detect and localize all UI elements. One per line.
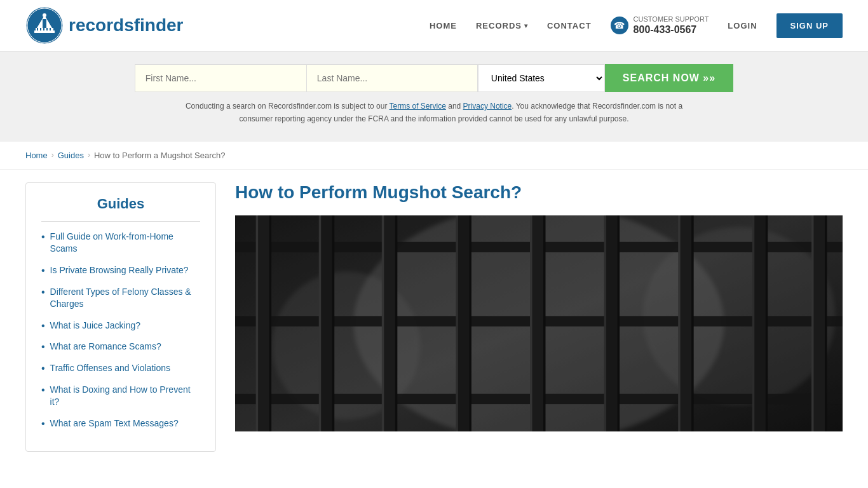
breadcrumb-guides[interactable]: Guides	[58, 151, 84, 160]
list-item: • What are Spam Text Messages?	[41, 417, 200, 430]
search-button[interactable]: SEARCH NOW »»	[605, 64, 733, 92]
bullet-icon: •	[41, 418, 45, 430]
list-item: • What is Doxing and How to Prevent it?	[41, 384, 200, 409]
svg-rect-5	[43, 19, 46, 28]
first-name-input[interactable]	[135, 64, 306, 92]
bullet-icon: •	[41, 287, 45, 298]
country-select[interactable]: United States	[478, 64, 605, 92]
bullet-icon: •	[41, 320, 45, 332]
article-hero-image	[235, 215, 843, 431]
main-nav: HOME RECORDS ▾ CONTACT ☎ CUSTOMER SUPPOR…	[430, 13, 843, 38]
bullet-icon: •	[41, 363, 45, 374]
search-bar: United States SEARCH NOW »»	[25, 64, 843, 92]
guides-sidebar: Guides • Full Guide on Work-from-Home Sc…	[25, 182, 216, 452]
sidebar-link-work-scams[interactable]: Full Guide on Work-from-Home Scams	[50, 231, 200, 255]
sidebar-list: • Full Guide on Work-from-Home Scams • I…	[41, 231, 200, 430]
svg-rect-9	[43, 28, 44, 30]
support-phone[interactable]: 800-433-0567	[634, 24, 709, 36]
phone-icon: ☎	[611, 17, 628, 34]
nav-records[interactable]: RECORDS ▾	[476, 21, 528, 30]
bullet-icon: •	[41, 265, 45, 276]
bullet-icon: •	[41, 384, 45, 396]
logo-area[interactable]: recordsfinder	[25, 6, 184, 44]
article: How to Perform Mugshot Search?	[235, 182, 843, 452]
svg-rect-11	[50, 28, 51, 30]
nav-home[interactable]: HOME	[430, 21, 457, 30]
main-content: Guides • Full Guide on Work-from-Home Sc…	[0, 170, 868, 465]
svg-rect-8	[40, 28, 41, 30]
prison-bars-svg	[235, 215, 843, 431]
signup-button[interactable]: SIGN UP	[776, 13, 843, 38]
logo-icon	[25, 6, 64, 44]
sidebar-link-felony[interactable]: Different Types of Felony Classes & Char…	[50, 286, 200, 311]
sidebar-link-private-browsing[interactable]: Is Private Browsing Really Private?	[50, 264, 189, 277]
breadcrumb-sep-2: ›	[88, 151, 90, 159]
svg-point-6	[43, 13, 46, 17]
site-header: recordsfinder HOME RECORDS ▾ CONTACT ☎ C…	[0, 0, 868, 51]
sidebar-link-traffic[interactable]: Traffic Offenses and Violations	[50, 362, 170, 375]
svg-rect-7	[37, 28, 38, 30]
article-title: How to Perform Mugshot Search?	[235, 182, 843, 203]
svg-rect-10	[46, 28, 48, 30]
bullet-icon: •	[41, 341, 45, 353]
sidebar-title: Guides	[41, 196, 200, 222]
bullet-icon: •	[41, 231, 45, 243]
sidebar-link-doxing[interactable]: What is Doxing and How to Prevent it?	[50, 384, 200, 409]
breadcrumb-sep-1: ›	[51, 151, 54, 159]
sidebar-link-romance-scams[interactable]: What are Romance Scams?	[50, 341, 161, 353]
list-item: • Different Types of Felony Classes & Ch…	[41, 286, 200, 311]
privacy-link[interactable]: Privacy Notice	[463, 102, 512, 111]
search-disclaimer: Conducting a search on Recordsfinder.com…	[173, 100, 695, 126]
breadcrumb-home[interactable]: Home	[25, 151, 48, 160]
svg-rect-48	[235, 215, 843, 431]
breadcrumb-current: How to Perform a Mugshot Search?	[94, 151, 226, 160]
search-section: United States SEARCH NOW »» Conducting a…	[0, 51, 868, 142]
sidebar-link-juice-jacking[interactable]: What is Juice Jacking?	[50, 320, 140, 332]
support-label: CUSTOMER SUPPORT	[634, 15, 709, 24]
list-item: • Is Private Browsing Really Private?	[41, 264, 200, 277]
last-name-input[interactable]	[306, 64, 478, 92]
chevron-down-icon: ▾	[524, 22, 528, 29]
support-area: ☎ CUSTOMER SUPPORT 800-433-0567	[611, 15, 709, 35]
breadcrumb: Home › Guides › How to Perform a Mugshot…	[0, 142, 868, 170]
sidebar-link-spam[interactable]: What are Spam Text Messages?	[50, 417, 179, 430]
list-item: • What is Juice Jacking?	[41, 320, 200, 332]
list-item: • Traffic Offenses and Violations	[41, 362, 200, 375]
nav-contact[interactable]: CONTACT	[547, 21, 592, 30]
list-item: • What are Romance Scams?	[41, 341, 200, 353]
tos-link[interactable]: Terms of Service	[390, 102, 446, 111]
login-button[interactable]: LOGIN	[728, 21, 757, 30]
list-item: • Full Guide on Work-from-Home Scams	[41, 231, 200, 255]
logo-text: recordsfinder	[69, 15, 184, 36]
